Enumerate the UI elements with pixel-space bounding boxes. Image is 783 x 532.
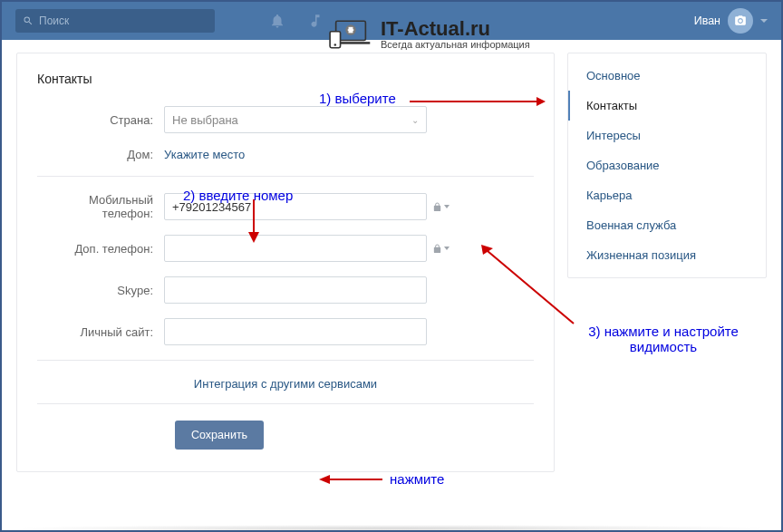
country-select[interactable]: Не выбрана ⌄ — [164, 106, 427, 133]
divider — [37, 360, 534, 361]
avatar — [728, 8, 753, 34]
integration-link[interactable]: Интеграция с другими сервисами — [194, 377, 377, 391]
search-placeholder: Поиск — [39, 15, 69, 27]
username: Иван — [694, 15, 720, 27]
watermark-subtitle: Всегда актуальная информация — [381, 39, 530, 50]
watermark: IT-Actual.ru Всегда актуальная информаци… — [328, 18, 530, 51]
settings-nav: Основное Контакты Интересы Образование К… — [567, 53, 767, 278]
contacts-card: Контакты Страна: Не выбрана ⌄ Дом: Укажи… — [16, 53, 555, 472]
chevron-down-icon — [760, 19, 768, 23]
home-link[interactable]: Укажите место — [164, 148, 245, 161]
alt-phone-input[interactable] — [164, 235, 427, 262]
privacy-toggle[interactable] — [432, 244, 450, 254]
nav-item-education[interactable]: Образование — [568, 150, 766, 180]
chevron-down-icon — [444, 247, 450, 250]
divider — [37, 176, 534, 177]
website-input[interactable] — [164, 318, 427, 345]
chevron-down-icon: ⌄ — [411, 115, 419, 125]
devices-icon — [328, 18, 373, 51]
nav-item-career[interactable]: Карьера — [568, 180, 766, 210]
search-input[interactable]: Поиск — [15, 9, 215, 33]
country-placeholder: Не выбрана — [172, 113, 238, 127]
camera-icon — [734, 15, 747, 27]
divider — [37, 403, 534, 404]
top-icons — [269, 13, 324, 29]
music-icon[interactable] — [307, 13, 324, 29]
bell-icon[interactable] — [269, 13, 285, 29]
alt-phone-label: Доп. телефон: — [37, 242, 164, 256]
mobile-label: Мобильный телефон: — [37, 193, 164, 220]
svg-point-3 — [334, 44, 336, 45]
search-icon — [23, 15, 34, 26]
lock-icon — [432, 202, 442, 212]
svg-rect-6 — [348, 29, 354, 31]
lock-icon — [432, 244, 442, 254]
nav-item-military[interactable]: Военная служба — [568, 210, 766, 240]
user-menu[interactable]: Иван — [694, 8, 768, 34]
watermark-title: IT-Actual.ru — [381, 19, 530, 39]
mobile-input[interactable] — [164, 193, 427, 220]
home-label: Дом: — [37, 148, 164, 161]
nav-item-contacts[interactable]: Контакты — [568, 91, 766, 121]
save-button[interactable]: Сохранить — [175, 421, 264, 450]
skype-label: Skype: — [37, 284, 164, 297]
nav-item-life[interactable]: Жизненная позиция — [568, 240, 766, 270]
country-label: Страна: — [37, 113, 164, 127]
privacy-toggle[interactable] — [432, 202, 450, 212]
page-title: Контакты — [37, 72, 534, 86]
chevron-down-icon — [444, 205, 450, 208]
skype-input[interactable] — [164, 276, 427, 304]
nav-item-main[interactable]: Основное — [568, 61, 766, 91]
website-label: Личный сайт: — [37, 325, 164, 339]
nav-item-interests[interactable]: Интересы — [568, 121, 766, 150]
